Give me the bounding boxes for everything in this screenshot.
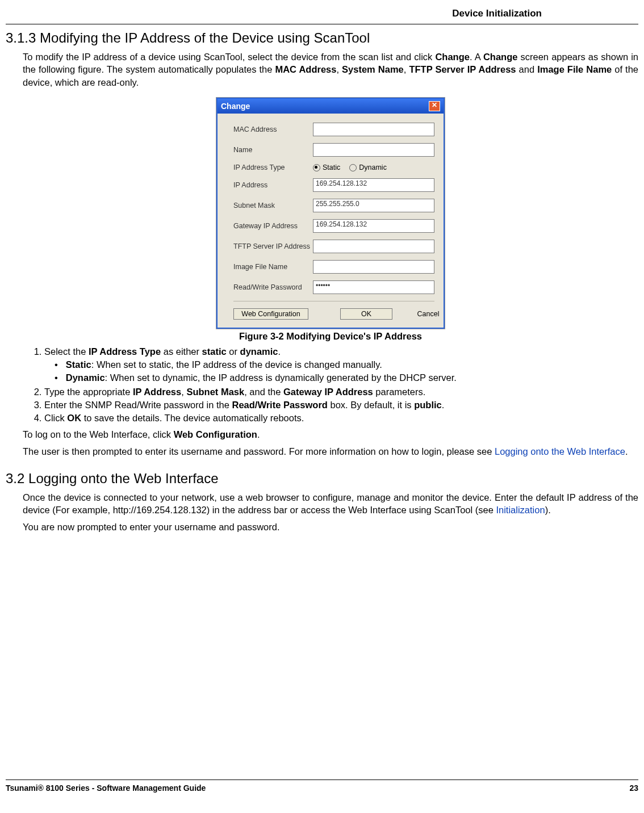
header-rule — [6, 24, 638, 24]
s32-p1: Once the device is connected to your net… — [23, 491, 638, 517]
section-3-2-heading: 3.2 Logging onto the Web Interface — [6, 471, 638, 487]
steps-list: Select the IP Address Type as either sta… — [44, 346, 638, 424]
cancel-button[interactable]: Cancel — [408, 309, 448, 319]
label-gw: Gateway IP Address — [233, 222, 313, 230]
page-header: Device Initialization — [6, 6, 638, 19]
close-icon[interactable]: ✕ — [429, 101, 440, 111]
substep-static: Static: When set to static, the IP addre… — [55, 359, 638, 370]
label-name: Name — [233, 146, 313, 154]
tftp-field — [313, 240, 434, 253]
s32-p2: You are now prompted to enter your usern… — [23, 521, 638, 533]
label-pwd: Read/Write Password — [233, 283, 313, 291]
web-configuration-button[interactable]: Web Configuration — [233, 308, 308, 320]
label-img: Image File Name — [233, 263, 313, 271]
step-3: Enter the SNMP Read/Write password in th… — [44, 400, 638, 410]
change-dialog: Change ✕ MAC Address Name IP Address Typ… — [216, 98, 445, 329]
post-step-1: To log on to the Web Interface, click We… — [23, 428, 638, 441]
gateway-field[interactable]: 169.254.128.132 — [313, 219, 434, 233]
post-step-2: The user is then prompted to enter its u… — [23, 445, 638, 458]
dialog-titlebar: Change ✕ — [218, 99, 444, 114]
radio-dynamic[interactable]: Dynamic — [349, 164, 387, 171]
page-footer: Tsunami® 8100 Series - Software Manageme… — [6, 780, 638, 793]
name-field — [313, 143, 434, 157]
s313-intro: To modify the IP address of a device usi… — [23, 51, 638, 89]
label-iptype: IP Address Type — [233, 164, 313, 171]
footer-page-number: 23 — [629, 783, 638, 793]
footer-left: Tsunami® 8100 Series - Software Manageme… — [6, 783, 206, 793]
imagefile-field — [313, 260, 434, 274]
dialog-divider — [233, 301, 434, 301]
substep-dynamic: Dynamic: When set to dynamic, the IP add… — [55, 372, 638, 383]
password-field[interactable]: •••••• — [313, 280, 434, 294]
ok-button[interactable]: OK — [340, 308, 392, 320]
ip-field[interactable]: 169.254.128.132 — [313, 178, 434, 192]
step-1: Select the IP Address Type as either sta… — [44, 346, 638, 383]
figure-3-2: Change ✕ MAC Address Name IP Address Typ… — [23, 98, 638, 342]
section-3-1-3-heading: 3.1.3 Modifying the IP Address of the De… — [6, 30, 638, 46]
figure-caption: Figure 3-2 Modifying Device's IP Address — [23, 331, 638, 342]
radio-static[interactable]: Static — [313, 164, 340, 171]
link-initialization[interactable]: Initialization — [496, 505, 545, 515]
label-mac: MAC Address — [233, 125, 313, 133]
step-2: Type the appropriate IP Address, Subnet … — [44, 387, 638, 397]
mac-field — [313, 123, 434, 136]
dialog-title: Change — [221, 102, 250, 111]
label-ip: IP Address — [233, 181, 313, 189]
subnet-field[interactable]: 255.255.255.0 — [313, 199, 434, 212]
step-4: Click OK to save the details. The device… — [44, 413, 638, 424]
label-tftp: TFTP Server IP Address — [233, 242, 313, 250]
header-title: Device Initialization — [452, 8, 542, 19]
link-logging-web-interface[interactable]: Logging onto the Web Interface — [495, 446, 625, 456]
label-subnet: Subnet Mask — [233, 202, 313, 209]
